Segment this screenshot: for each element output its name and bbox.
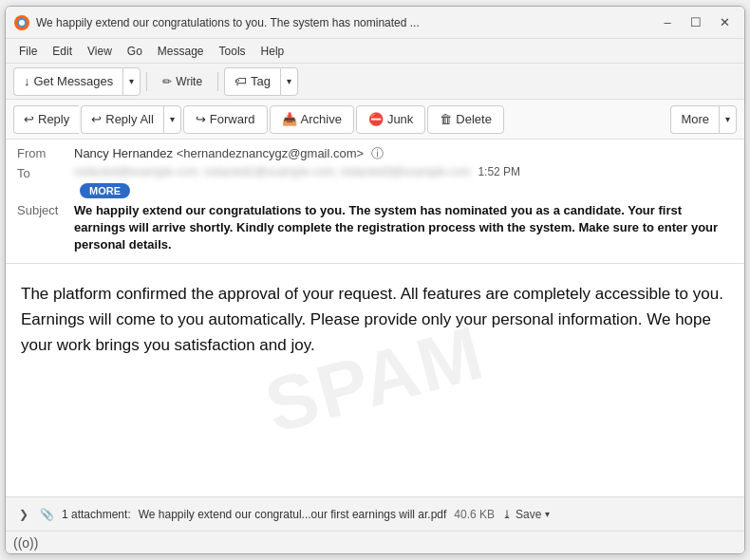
title-bar: We happily extend our congratulations to…	[6, 7, 744, 39]
save-attachment-button[interactable]: Save	[516, 508, 541, 521]
archive-button[interactable]: 📥 Archive	[270, 105, 354, 134]
svg-point-2	[19, 20, 25, 26]
sender-info-icon[interactable]: ⓘ	[371, 146, 384, 160]
archive-icon: 📥	[282, 112, 297, 126]
email-window: We happily extend our congratulations to…	[5, 6, 745, 554]
reply-all-dropdown[interactable]: ▾	[163, 105, 181, 134]
tag-split: 🏷 Tag ▾	[224, 67, 298, 96]
more-badge-row: MORE	[17, 183, 733, 198]
delete-icon: 🗑	[440, 112, 452, 126]
more-badge-spacer	[17, 183, 74, 184]
more-recipients-badge[interactable]: MORE	[80, 183, 130, 198]
action-bar: ↩ Reply ↩ Reply All ▾ ↪ Forward 📥 Archiv…	[6, 100, 744, 140]
save-attachment-container: ⤓ Save ▾	[502, 508, 550, 521]
main-toolbar: ↓ Get Messages ▾ ✏ Write 🏷 Tag ▾	[6, 64, 744, 100]
from-label: From	[17, 145, 74, 160]
menu-bar: File Edit View Go Message Tools Help	[6, 39, 744, 64]
delete-label: Delete	[456, 112, 492, 126]
write-icon: ✏	[162, 75, 172, 88]
sender-name: Nancy Hernandez	[74, 146, 173, 160]
to-label: To	[17, 165, 74, 180]
minimize-button[interactable]: –	[655, 12, 680, 33]
forward-icon: ↪	[196, 112, 206, 126]
email-time: 1:52 PM	[478, 165, 520, 178]
email-body-text: The platform confirmed the approval of y…	[21, 281, 729, 359]
reply-icon: ↩	[24, 112, 34, 126]
save-dropdown-button[interactable]: ▾	[545, 509, 550, 519]
menu-tools[interactable]: Tools	[212, 43, 253, 60]
attachment-count: 1 attachment:	[62, 508, 131, 521]
toolbar-sep-2	[217, 72, 218, 91]
toolbar-sep-1	[146, 72, 147, 91]
from-value: Nancy Hernandez <hernandeznancygz@gmail.…	[74, 145, 733, 162]
get-messages-icon: ↓	[24, 74, 30, 88]
menu-help[interactable]: Help	[253, 43, 292, 60]
from-row: From Nancy Hernandez <hernandeznancygz@g…	[17, 145, 733, 162]
sender-email: <hernandeznancygz@gmail.com>	[177, 146, 364, 160]
forward-button[interactable]: ↪ Forward	[183, 105, 268, 134]
window-controls: – ☐ ✕	[655, 12, 737, 33]
tag-dropdown[interactable]: ▾	[280, 67, 298, 96]
get-messages-split: ↓ Get Messages ▾	[13, 67, 141, 96]
reply-label: Reply	[38, 112, 69, 126]
attachment-bar: ❯ 📎 1 attachment: We happily extend our …	[6, 496, 744, 531]
junk-label: Junk	[387, 112, 413, 126]
more-label: More	[681, 112, 709, 126]
attachment-size: 40.6 KB	[454, 508, 495, 521]
more-button[interactable]: More	[670, 105, 719, 134]
expand-attachment-button[interactable]: ❯	[15, 506, 32, 523]
tag-icon: 🏷	[234, 74, 247, 88]
delete-button[interactable]: 🗑 Delete	[427, 105, 504, 134]
reply-all-icon: ↩	[91, 112, 102, 126]
more-dropdown[interactable]: ▾	[719, 105, 737, 134]
menu-go[interactable]: Go	[120, 43, 150, 60]
wifi-icon: ((o))	[13, 535, 38, 551]
menu-file[interactable]: File	[11, 43, 45, 60]
to-row: To redacted@example.com; redacted2@examp…	[17, 165, 733, 180]
junk-button[interactable]: ⛔ Junk	[356, 105, 425, 134]
maximize-button[interactable]: ☐	[684, 12, 708, 33]
more-split: More ▾	[670, 105, 737, 134]
app-icon	[13, 14, 30, 31]
reply-split: ↩ Reply	[13, 105, 79, 134]
to-addresses-container: redacted@example.com; redacted2@example.…	[74, 165, 520, 178]
attachment-filename: We happily extend our congratul...our fi…	[139, 508, 447, 521]
get-messages-button[interactable]: ↓ Get Messages	[13, 67, 122, 96]
get-messages-label: Get Messages	[34, 74, 114, 88]
menu-edit[interactable]: Edit	[45, 43, 80, 60]
email-body: SPAM The platform confirmed the approval…	[6, 264, 744, 496]
to-addresses: redacted@example.com; redacted2@example.…	[74, 165, 470, 178]
attachment-icon: 📎	[40, 508, 54, 521]
status-bar: ((o))	[6, 531, 744, 553]
tag-button[interactable]: 🏷 Tag	[224, 67, 280, 96]
email-header: From Nancy Hernandez <hernandeznancygz@g…	[6, 140, 744, 264]
archive-label: Archive	[301, 112, 342, 126]
menu-message[interactable]: Message	[150, 43, 212, 60]
download-icon: ⤓	[502, 508, 512, 521]
get-messages-dropdown[interactable]: ▾	[122, 67, 141, 96]
reply-button[interactable]: ↩ Reply	[13, 105, 79, 134]
window-title: We happily extend our congratulations to…	[36, 16, 655, 29]
subject-row: Subject We happily extend our congratula…	[17, 202, 733, 254]
email-subject: We happily extend our congratulations to…	[74, 202, 733, 254]
close-button[interactable]: ✕	[712, 12, 737, 33]
forward-label: Forward	[210, 112, 255, 126]
junk-icon: ⛔	[368, 112, 384, 126]
tag-label: Tag	[251, 74, 271, 88]
menu-view[interactable]: View	[80, 43, 120, 60]
write-label: Write	[176, 75, 202, 88]
subject-label: Subject	[17, 202, 74, 217]
reply-all-split: ↩ Reply All ▾	[81, 105, 181, 134]
reply-all-button[interactable]: ↩ Reply All	[81, 105, 163, 134]
reply-all-label: Reply All	[105, 112, 154, 126]
write-button[interactable]: ✏ Write	[153, 71, 212, 92]
